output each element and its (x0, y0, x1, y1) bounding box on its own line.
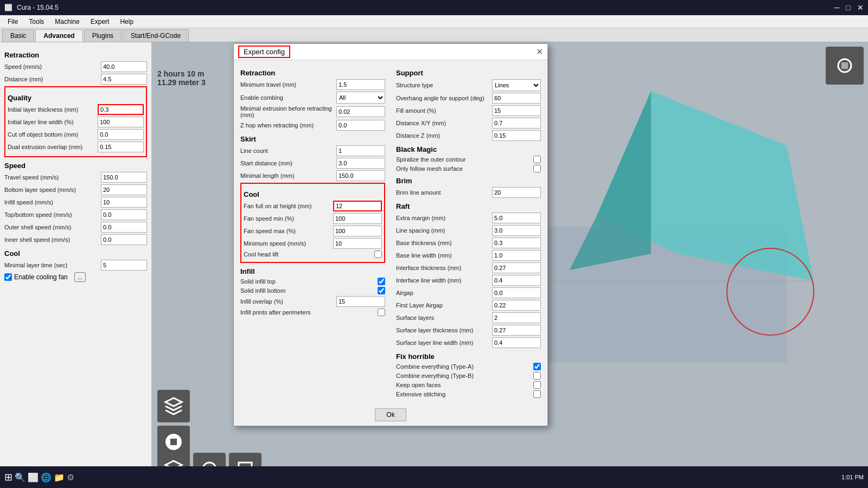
dlg-fan-speed-min-input[interactable] (333, 213, 382, 224)
dlg-combine-type-b-checkbox[interactable] (533, 372, 541, 380)
dlg-fan-full-on-input[interactable] (333, 201, 382, 211)
dlg-extra-margin-input[interactable] (492, 213, 541, 223)
init-layer-line-width-input[interactable] (98, 117, 144, 127)
dlg-min-travel-input[interactable] (336, 79, 385, 90)
tool-icon-1[interactable] (157, 390, 190, 422)
outer-shell-speed-input[interactable] (101, 222, 147, 233)
taskbar-start-icon[interactable]: ⊞ (4, 471, 12, 483)
dlg-surface-layer-thickness-input[interactable] (492, 325, 541, 336)
dlg-skirt-title: Skirt (240, 135, 385, 143)
minimize-button[interactable]: ─ (834, 3, 840, 12)
dlg-follow-mesh-row: Only follow mesh surface (396, 165, 541, 172)
speed-input[interactable] (101, 61, 147, 72)
top-right-icon[interactable] (826, 47, 864, 85)
dlg-line-count-input[interactable] (336, 145, 385, 156)
enable-cooling-checkbox[interactable] (4, 273, 12, 281)
taskbar-explorer-icon[interactable]: 📁 (54, 472, 65, 483)
ok-button[interactable]: Ok (375, 408, 406, 421)
dlg-surface-layers-input[interactable] (492, 312, 541, 323)
travel-speed-input[interactable] (101, 172, 147, 183)
dlg-brim-line-amount-input[interactable] (492, 187, 541, 198)
close-button[interactable]: ✕ (857, 3, 864, 12)
dlg-structure-type-select[interactable]: LinesGrid (492, 79, 541, 91)
dlg-solid-infill-top-checkbox[interactable] (378, 278, 385, 285)
dlg-extensive-stitching-row: Extensive stitching (396, 390, 541, 398)
dlg-min-extrusion-input[interactable] (336, 106, 385, 117)
dlg-combine-type-a-checkbox[interactable] (533, 363, 541, 370)
dlg-minimal-length-input[interactable] (336, 170, 385, 181)
dlg-cool-head-lift-checkbox[interactable] (374, 251, 382, 258)
dlg-airgap-input[interactable] (492, 287, 541, 298)
travel-speed-label: Travel speed (mm/s) (4, 174, 101, 181)
menu-expert[interactable]: Expert (85, 17, 115, 27)
dlg-extensive-stitching-checkbox[interactable] (533, 390, 541, 398)
dlg-follow-mesh-checkbox[interactable] (533, 165, 541, 172)
dlg-zhop-input[interactable] (336, 120, 385, 131)
dlg-overhang-angle-input[interactable] (492, 93, 541, 104)
top-right-tool[interactable] (826, 47, 864, 85)
dlg-line-spacing-input[interactable] (492, 225, 541, 236)
app-icon: ⬜ (4, 4, 12, 11)
tabs: Basic Advanced Plugins Start/End-GCode (0, 28, 868, 42)
dlg-infill-prints-after-checkbox[interactable] (378, 309, 385, 316)
tab-plugins[interactable]: Plugins (84, 29, 122, 42)
dlg-min-speed-input[interactable] (333, 238, 382, 249)
dlg-min-travel-row: Minimum travel (mm) (240, 79, 385, 90)
dlg-solid-infill-top-label: Solid infill top (240, 278, 378, 285)
dlg-infill-overlap-row: Infill overlap (%) (240, 296, 385, 307)
menu-file[interactable]: File (2, 17, 23, 27)
dlg-fan-speed-max-input[interactable] (333, 226, 382, 236)
dlg-support-title: Support (396, 69, 541, 77)
menu-help[interactable]: Help (114, 17, 139, 27)
tab-startendgcode[interactable]: Start/End-GCode (123, 29, 189, 42)
dlg-spiralize-checkbox[interactable] (533, 156, 541, 163)
dlg-minimal-length-label: Minimal length (mm) (240, 172, 336, 179)
dlg-distance-z-input[interactable] (492, 130, 541, 141)
speed-section-title: Speed (4, 162, 147, 170)
dlg-interface-thickness-row: Interface thickness (mm) (396, 262, 541, 273)
tab-advanced[interactable]: Advanced (35, 29, 82, 42)
cooling-options-button[interactable]: ... (74, 272, 86, 282)
dlg-start-distance-input[interactable] (336, 158, 385, 169)
bottom-layer-speed-input[interactable] (101, 184, 147, 195)
dlg-base-line-width-input[interactable] (492, 250, 541, 261)
taskbar-search-icon[interactable]: 🔍 (15, 472, 25, 483)
taskbar-settings-icon[interactable]: ⚙ (67, 472, 74, 483)
maximize-button[interactable]: □ (846, 3, 851, 12)
topbottom-speed-input[interactable] (101, 209, 147, 220)
menu-tools[interactable]: Tools (23, 17, 49, 27)
dialog-titlebar: Expert config ✕ (234, 44, 547, 60)
tab-basic[interactable]: Basic (2, 29, 34, 42)
dlg-surface-layer-thickness-row: Surface layer thickness (mm) (396, 325, 541, 336)
dlg-line-spacing-row: Line spacing (mm) (396, 225, 541, 236)
dlg-solid-infill-bottom-checkbox[interactable] (378, 287, 385, 294)
estimate-time: 2 hours 10 m (157, 69, 206, 78)
dlg-surface-layer-line-width-input[interactable] (492, 337, 541, 348)
dual-extrusion-input[interactable] (98, 142, 144, 152)
dlg-min-travel-label: Minimum travel (mm) (240, 81, 336, 88)
dlg-interface-line-width-input[interactable] (492, 275, 541, 286)
infill-speed-input[interactable] (101, 197, 147, 208)
menu-machine[interactable]: Machine (49, 17, 85, 27)
dlg-fill-amount-input[interactable] (492, 105, 541, 116)
dlg-base-thickness-input[interactable] (492, 237, 541, 248)
dlg-distance-xy-input[interactable] (492, 118, 541, 129)
init-layer-thickness-row: Initial layer thickness (mm) (8, 104, 144, 115)
dual-extrusion-label: Dual extrusion overlap (mm) (8, 144, 98, 150)
taskbar-edge-icon[interactable]: 🌐 (41, 472, 52, 483)
estimate-material: 11.29 meter 3 (157, 78, 206, 87)
dlg-enable-combing-select[interactable]: AllNoneNo Skin (336, 92, 385, 104)
dlg-keep-open-faces-checkbox[interactable] (533, 381, 541, 389)
dialog-close-button[interactable]: ✕ (536, 47, 543, 57)
dlg-interface-thickness-input[interactable] (492, 262, 541, 273)
cutoff-input[interactable] (98, 129, 144, 140)
init-layer-thickness-input[interactable] (98, 104, 144, 115)
dlg-first-layer-airgap-input[interactable] (492, 300, 541, 311)
minimal-layer-time-input[interactable] (101, 260, 147, 271)
titlebar-controls[interactable]: ─ □ ✕ (834, 3, 864, 12)
taskbar-task-view-icon[interactable]: ⬜ (28, 472, 39, 483)
distance-input[interactable] (101, 74, 147, 85)
inner-shell-speed-input[interactable] (101, 234, 147, 245)
dlg-start-distance-row: Start distance (mm) (240, 158, 385, 169)
dlg-infill-overlap-input[interactable] (336, 296, 385, 307)
